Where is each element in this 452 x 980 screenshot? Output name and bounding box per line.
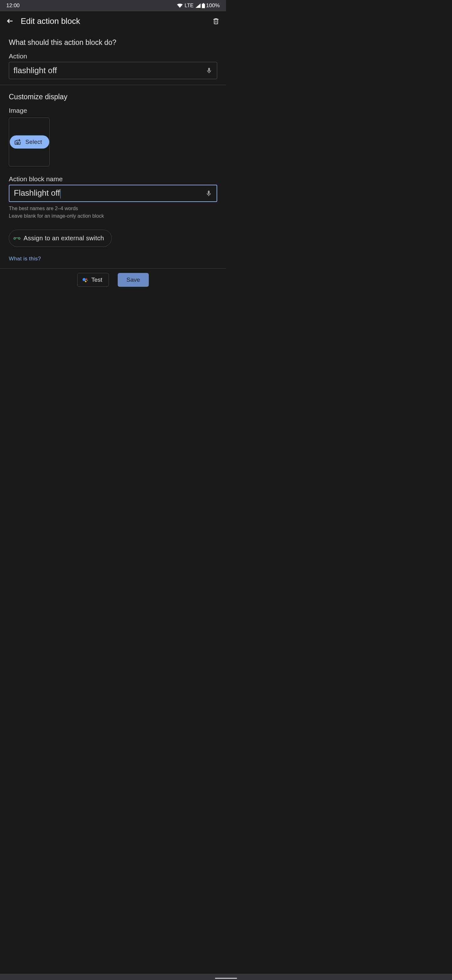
name-hint-2: Leave blank for an image-only action blo… [9, 213, 217, 219]
divider [0, 85, 226, 85]
svg-rect-0 [202, 4, 205, 8]
action-input-wrap[interactable]: flashlight off [9, 62, 217, 79]
svg-rect-1 [203, 3, 204, 4]
save-label: Save [127, 277, 140, 283]
svg-point-6 [85, 281, 86, 282]
test-button[interactable]: Test [77, 273, 109, 287]
section-action-title: What should this action block do? [9, 38, 217, 47]
signal-icon [195, 3, 201, 8]
text-cursor [60, 189, 61, 199]
image-label: Image [9, 107, 217, 115]
network-label: LTE [185, 3, 193, 8]
switch-icon [14, 235, 21, 242]
name-input[interactable]: Flashlight off [14, 188, 205, 198]
svg-point-4 [82, 278, 86, 281]
assign-label: Assign to an external switch [24, 235, 104, 242]
svg-point-5 [86, 278, 87, 280]
assistant-icon [82, 277, 89, 283]
trash-icon [213, 17, 219, 25]
name-label: Action block name [9, 175, 217, 183]
image-preview: Select [9, 118, 49, 167]
save-button[interactable]: Save [118, 273, 149, 287]
action-input[interactable]: flashlight off [14, 66, 206, 75]
page-title: Edit action block [21, 16, 80, 26]
what-is-this-link[interactable]: What is this? [9, 256, 217, 262]
status-right: LTE 100% [177, 3, 220, 9]
mic-icon[interactable] [205, 190, 212, 197]
test-label: Test [91, 277, 102, 283]
app-bar: Edit action block [0, 11, 226, 31]
battery-label: 100% [206, 3, 220, 9]
delete-button[interactable] [212, 17, 220, 25]
name-input-wrap[interactable]: Flashlight off [9, 185, 217, 202]
svg-point-7 [87, 280, 88, 281]
assign-switch-button[interactable]: Assign to an external switch [9, 230, 112, 247]
wifi-icon [177, 3, 183, 8]
mic-icon[interactable] [206, 67, 213, 74]
battery-icon [202, 3, 205, 8]
select-label: Select [25, 139, 42, 145]
button-row: Test Save [9, 269, 217, 293]
name-value: Flashlight off [14, 188, 60, 197]
status-time: 12:00 [6, 3, 20, 9]
status-bar: 12:00 LTE 100% [0, 0, 226, 11]
select-image-button[interactable]: Select [10, 135, 49, 149]
section-customize-title: Customize display [9, 93, 217, 101]
camera-plus-icon [14, 138, 21, 145]
arrow-left-icon [6, 17, 14, 25]
name-hint-1: The best names are 2–4 words [9, 206, 217, 212]
action-label: Action [9, 52, 217, 60]
back-button[interactable] [6, 17, 14, 25]
